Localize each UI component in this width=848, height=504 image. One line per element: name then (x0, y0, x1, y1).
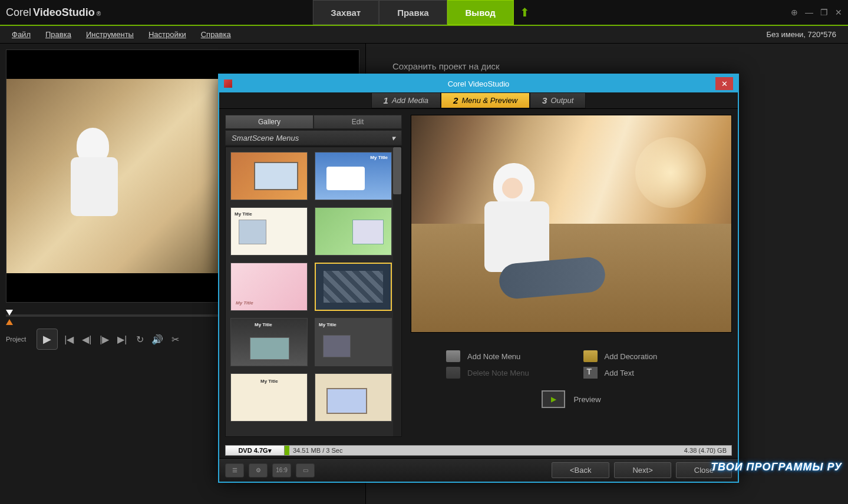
monitor-icon (542, 390, 565, 408)
titlebar: Corel VideoStudio ® Захват Правка Вывод … (0, 0, 848, 25)
next-button[interactable]: Next> (614, 462, 671, 478)
preview-image (6, 79, 242, 273)
add-note-menu-button[interactable]: Add Note Menu (446, 350, 560, 362)
tab-edit[interactable]: Правка (379, 0, 447, 25)
dialog-close-button[interactable]: ✕ (715, 77, 733, 90)
step-output[interactable]: 3Output (530, 92, 586, 108)
player-mode-label: Project (6, 336, 26, 343)
output-dialog: Corel VideoStudio ✕ 1Add Media 2Menu & P… (218, 74, 739, 483)
dialog-title: Corel VideoStudio (448, 79, 510, 88)
menu-template-3[interactable]: My Title (230, 207, 308, 256)
menu-help[interactable]: Справка (201, 30, 231, 39)
dialog-titlebar[interactable]: Corel VideoStudio ✕ (219, 75, 738, 92)
dialog-footer: ☰ ⚙ 16:9 ▭ <Back Next> Close (219, 458, 738, 482)
play-button[interactable]: ▶ (37, 329, 58, 350)
next-frame-button[interactable]: |▶ (98, 334, 111, 345)
capacity-total-text: 4.38 (4.70) GB (679, 447, 731, 454)
menu-template-7[interactable]: My Title (230, 318, 308, 366)
logo-video: VideoStudio (33, 6, 95, 19)
preview-panel: Add Note Menu Add Decoration Delete Note… (411, 115, 732, 437)
prev-frame-button[interactable]: ◀| (80, 334, 93, 345)
capacity-used-bar (285, 446, 289, 455)
preview-button[interactable]: Preview (542, 390, 600, 408)
main-tabs: Захват Правка Вывод ⬆ (312, 0, 535, 25)
gallery-panel: Gallery Edit SmartScene Menus ▾ My Title… (225, 115, 402, 437)
project-info: Без имени, 720*576 (766, 30, 836, 39)
menu-template-6[interactable] (315, 263, 392, 311)
timeline-marker[interactable] (6, 310, 13, 316)
menu-category-dropdown[interactable]: SmartScene Menus ▾ (225, 130, 402, 145)
repeat-button[interactable]: ↻ (133, 334, 146, 345)
text-icon (583, 367, 598, 379)
menu-template-1[interactable] (230, 152, 308, 200)
back-button[interactable]: <Back (552, 462, 610, 478)
volume-button[interactable]: 🔊 (151, 334, 164, 345)
app-logo: Corel VideoStudio ® (6, 6, 101, 19)
close-icon[interactable]: ✕ (835, 8, 842, 17)
globe-icon[interactable]: ⊕ (791, 8, 798, 17)
delete-note-icon (446, 367, 460, 379)
go-end-button[interactable]: ▶| (116, 334, 128, 345)
dialog-app-icon (224, 79, 232, 88)
timeline-start-marker[interactable] (6, 319, 13, 325)
menu-template-4[interactable] (315, 207, 392, 256)
tab-output[interactable]: Вывод (447, 0, 514, 25)
gallery-scrollbar[interactable] (393, 147, 401, 436)
preview-button-row: Preview (411, 384, 732, 414)
footer-gear-icon[interactable]: ⚙ (249, 463, 268, 478)
step-menu-preview[interactable]: 2Menu & Preview (441, 92, 530, 108)
disc-type-select[interactable]: DVD 4.7G ▾ (226, 446, 285, 455)
step-add-media[interactable]: 1Add Media (371, 92, 441, 108)
menu-template-10[interactable] (315, 373, 392, 422)
window-controls: ⊕ — ❐ ✕ (791, 8, 842, 17)
menu-file[interactable]: Файл (12, 30, 31, 39)
dialog-body: Gallery Edit SmartScene Menus ▾ My Title… (219, 109, 738, 443)
menu-settings[interactable]: Настройки (149, 30, 186, 39)
logo-corel: Corel (6, 6, 31, 19)
footer-aspect-icon[interactable]: 16:9 (272, 463, 291, 478)
go-start-button[interactable]: |◀ (62, 334, 75, 345)
add-text-button[interactable]: Add Text (583, 367, 697, 379)
gallery-tabs: Gallery Edit (225, 115, 402, 129)
gallery-tab-edit[interactable]: Edit (314, 115, 402, 129)
menu-preview (411, 115, 732, 333)
gallery-tab-gallery[interactable]: Gallery (225, 115, 314, 129)
logo-reg: ® (97, 11, 101, 17)
scrollbar-thumb[interactable] (393, 147, 401, 194)
decoration-icon (583, 350, 598, 362)
menu-template-9[interactable]: My Title (230, 373, 308, 422)
upload-icon[interactable]: ⬆ (514, 5, 536, 19)
split-button[interactable]: ✂ (169, 334, 182, 345)
chevron-down-icon: ▾ (391, 134, 395, 142)
footer-device-icon[interactable]: ▭ (296, 463, 315, 478)
disc-capacity-bar: DVD 4.7G ▾ 34.51 MB / 3 Sec 4.38 (4.70) … (225, 445, 732, 456)
capacity-used-text: 34.51 MB / 3 Sec (289, 447, 346, 454)
gallery-grid: My Title My Title My Title My Title My T… (225, 147, 402, 437)
menu-tools[interactable]: Инструменты (86, 30, 134, 39)
delete-note-menu-button: Delete Note Menu (446, 367, 560, 379)
maximize-icon[interactable]: ❐ (820, 8, 828, 17)
menu-template-8[interactable]: My Title (315, 318, 392, 366)
menubar: Файл Правка Инструменты Настройки Справк… (0, 26, 848, 44)
footer-settings-icon[interactable]: ☰ (225, 463, 244, 478)
menu-edit[interactable]: Правка (45, 30, 71, 39)
add-decoration-button[interactable]: Add Decoration (583, 350, 697, 362)
minimize-icon[interactable]: — (805, 8, 813, 17)
menu-template-5[interactable]: My Title (230, 263, 308, 311)
watermark: ТВОИ ПРОГРАММЫ РУ (711, 461, 842, 473)
menu-template-2[interactable]: My Title (315, 152, 392, 200)
note-menu-icon (446, 350, 460, 362)
step-tabs: 1Add Media 2Menu & Preview 3Output (219, 92, 738, 109)
tab-capture[interactable]: Захват (312, 0, 379, 25)
action-grid: Add Note Menu Add Decoration Delete Note… (411, 333, 732, 384)
